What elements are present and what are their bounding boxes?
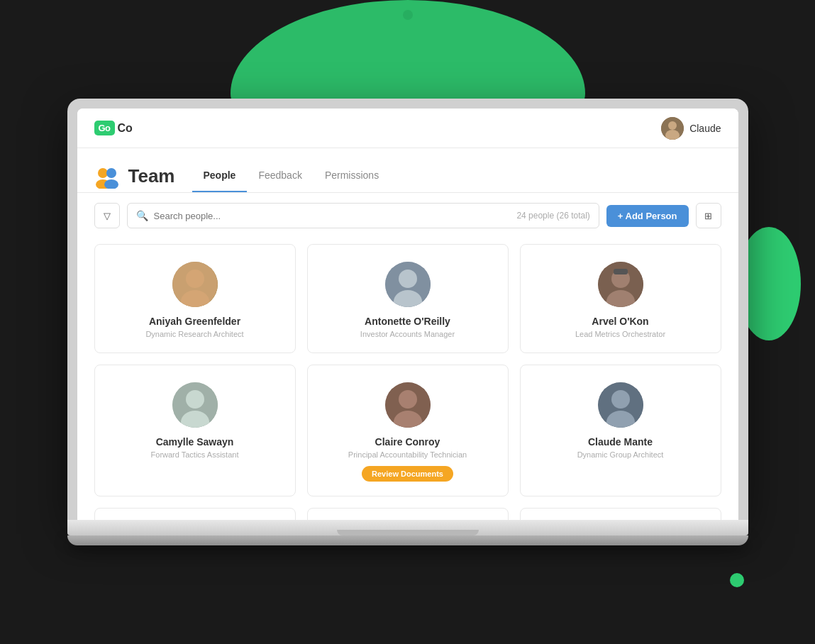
filter-icon: ▽ [104,211,111,221]
person-name: Antonette O'Reilly [365,316,450,327]
search-input[interactable] [154,211,517,221]
logo: Go Co [94,121,133,135]
person-title: Dynamic Research Architect [145,330,243,338]
person-card[interactable]: Arvel O'Kon Lead Metrics Orchestrator [520,244,721,353]
user-name: Claude [689,123,721,134]
person-photo [598,262,643,307]
person-card[interactable]: Aniyah Greenfelder Dynamic Research Arch… [94,244,296,353]
svg-point-1 [668,121,677,130]
laptop: Go Co Claude [67,99,748,545]
app-header: Go Co Claude [77,109,738,148]
person-card[interactable]: Claude Mante Dynamic Group Architect [520,365,721,496]
person-card[interactable]: Camylle Sawayn Forward Tactics Assistant [94,365,296,496]
person-name: Claire Conroy [375,436,440,448]
avatar [661,117,684,140]
search-icon: 🔍 [136,210,148,221]
tab-feedback[interactable]: Feedback [247,160,313,192]
people-grid: Aniyah Greenfelder Dynamic Research Arch… [77,238,738,502]
person-name: Camylle Sawayn [156,436,234,448]
add-person-button[interactable]: + Add Person [606,205,689,227]
svg-point-18 [186,390,204,409]
person-title: Dynamic Group Architect [577,450,664,459]
person-card-partial[interactable] [520,508,721,520]
page-title: Team [128,165,175,187]
user-info[interactable]: Claude [661,117,721,140]
person-photo [385,382,431,428]
logo-co: Co [118,122,133,135]
team-icon [94,163,120,189]
svg-point-24 [611,390,630,409]
person-card-partial[interactable] [94,508,296,520]
svg-point-8 [186,270,204,288]
svg-point-21 [399,390,417,409]
logo-go: Go [94,121,115,135]
person-card-partial[interactable] [307,508,509,520]
person-card[interactable]: Antonette O'Reilly Investor Accounts Man… [307,244,509,353]
grid-icon: ⊞ [704,211,712,221]
svg-point-4 [106,168,116,178]
people-count: 24 people (26 total) [516,211,589,221]
tabs-nav: People Feedback Permissions [192,160,391,192]
people-grid-partial [77,502,738,520]
svg-rect-16 [614,269,628,274]
laptop-screen-outer: Go Co Claude [67,99,748,520]
svg-point-3 [98,168,108,178]
background-dot-bottom-right [730,573,744,587]
person-card[interactable]: Claire Conroy Principal Accountability T… [307,365,509,496]
filter-button[interactable]: ▽ [94,203,120,228]
person-name: Arvel O'Kon [592,316,648,327]
laptop-screen-inner: Go Co Claude [77,109,738,520]
grid-view-button[interactable]: ⊞ [696,203,721,228]
person-photo [385,262,431,307]
person-photo [598,382,643,428]
scene: Go Co Claude [0,0,815,644]
laptop-bottom [67,535,748,545]
person-title: Investor Accounts Manager [360,330,455,338]
background-dot-top [403,10,413,20]
person-photo [172,262,218,307]
laptop-base [67,520,748,535]
person-title: Principal Accountability Technician [348,450,467,459]
tab-people[interactable]: People [192,160,248,192]
review-documents-button[interactable]: Review Documents [362,466,453,482]
person-title: Lead Metrics Orchestrator [575,330,665,338]
search-box: 🔍 24 people (26 total) [127,203,599,228]
person-name: Claude Mante [588,436,653,448]
person-name: Aniyah Greenfelder [149,316,240,327]
person-title: Forward Tactics Assistant [151,450,239,459]
toolbar: ▽ 🔍 24 people (26 total) + Add Person ⊞ [77,193,738,238]
tab-permissions[interactable]: Permissions [314,160,390,192]
person-photo [172,382,218,428]
svg-point-11 [399,270,417,288]
page-header: Team People Feedback Permissions [77,148,738,193]
